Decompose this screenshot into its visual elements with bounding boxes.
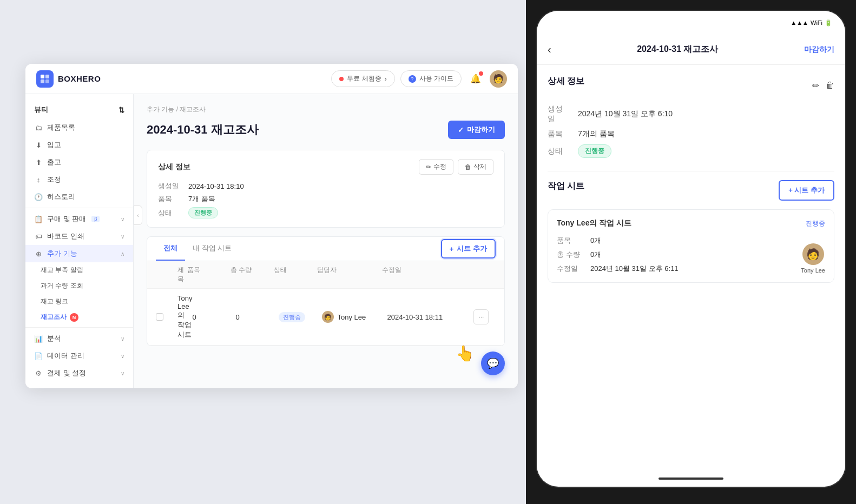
svg-rect-1 [45, 75, 49, 78]
purchase-icon: 📋 [34, 215, 43, 223]
phone-items-value: 7개의 품목 [578, 129, 615, 139]
trash-icon: 🗑 [465, 163, 471, 171]
phone-edit-icon[interactable]: ✏ [812, 81, 819, 91]
guide-button[interactable]: ? 사용 가이드 [400, 70, 462, 87]
delete-button[interactable]: 🗑 삭제 [458, 159, 493, 175]
finish-button[interactable]: ✓ 마감하기 [448, 121, 505, 139]
phone-detail-icons: ✏ 🗑 [812, 81, 834, 91]
phone-screen: ▲▲▲ WiFi 🔋 ‹ 2024-10-31 재고조사 마감하기 상세 정보 … [537, 11, 845, 487]
question-icon: ? [409, 75, 416, 83]
date-value: 2024-10-31 18:10 [188, 182, 244, 190]
sidebar-item-analytics[interactable]: 📊 분석 ∨ [25, 330, 133, 347]
row-title: Tony Lee의 작업 시트 [177, 294, 192, 340]
col-modified: 수정일 [382, 266, 469, 284]
sidebar-adjustment-label: 조정 [47, 175, 61, 184]
sidebar-divider-2 [25, 327, 133, 328]
more-button[interactable]: ··· [473, 309, 489, 324]
edit-button[interactable]: ✏ 수정 [419, 159, 453, 175]
trial-button[interactable]: 무료 체험중 › [331, 70, 394, 87]
phone-add-sheet-button[interactable]: + 시트 추가 [779, 180, 834, 201]
sidebar-sub-stock-link[interactable]: 재고 링크 [25, 294, 133, 309]
phone-date-value: 2024년 10월 31일 오후 6:10 [578, 109, 673, 119]
phone-detail-header: 상세 정보 ✏ 🗑 [548, 76, 834, 96]
sidebar-outgoing-label: 출고 [47, 157, 61, 167]
chat-button[interactable]: 💬 [481, 352, 505, 375]
history-qty-label: 과거 수량 조회 [41, 282, 83, 289]
sidebar-section-header: 뷰티 ⇅ [25, 101, 133, 119]
ws-date-key: 수정일 [557, 264, 584, 274]
logo-text: BOXHERO [58, 74, 101, 83]
settings-icon: ⚙ [34, 369, 43, 377]
status-badge: 진행중 [188, 207, 218, 218]
col-checkbox [156, 266, 177, 284]
ws-items-val: 0개 [590, 236, 601, 246]
history-icon: 🕐 [34, 193, 43, 201]
breadcrumb-inventory: 재고조사 [180, 105, 206, 113]
phone-home-indicator [537, 470, 845, 487]
settings-expand-icon: ∨ [121, 370, 124, 376]
sidebar-sub-history-qty[interactable]: 과거 수량 조회 [25, 278, 133, 294]
edit-icon: ✏ [426, 163, 431, 171]
detail-row-date: 생성일 2024-10-31 18:10 [158, 181, 493, 191]
sidebar-item-outgoing[interactable]: ⬆ 출고 [25, 154, 133, 171]
beta-badge: β [91, 216, 100, 222]
extra-expand-icon: ∧ [121, 251, 124, 257]
add-icon: + [450, 245, 454, 253]
col-title: 제목 [177, 266, 187, 284]
app-window: BOXHERO 무료 체험중 › ? 사용 가이드 🔔 🧑 뷰티 [25, 64, 518, 388]
phone-finish-button[interactable]: 마감하기 [804, 45, 834, 55]
notification-button[interactable]: 🔔 [467, 70, 484, 88]
detail-actions: ✏ 수정 🗑 삭제 [419, 159, 493, 175]
trial-label: 무료 체험중 [347, 74, 381, 83]
ws-qty-val: 0개 [590, 250, 601, 260]
phone-work-title: 작업 시트 [548, 181, 584, 192]
table-tabs: 전체 내 작업 시트 + 시트 추가 [147, 237, 504, 261]
sidebar-sub-low-stock[interactable]: 재고 부족 알림 [25, 262, 133, 278]
finish-check-icon: ✓ [458, 126, 464, 134]
svg-rect-0 [41, 75, 44, 78]
sidebar-item-barcode[interactable]: 🏷 바코드 인쇄 ∨ [25, 228, 133, 245]
work-sheet-details: 품목 0개 총 수량 0개 수정일 2024년 10월 31일 오후 6:11 [557, 236, 679, 274]
sidebar-sub-inventory[interactable]: 재고조사 N [25, 309, 133, 325]
sidebar-item-settings[interactable]: ⚙ 결제 및 설정 ∨ [25, 364, 133, 382]
phone-content: 상세 정보 ✏ 🗑 생성일 2024년 10월 31일 오후 6:10 품목 7… [537, 65, 845, 470]
sidebar-section-label: 뷰티 [34, 105, 48, 115]
breadcrumb: 추가 기능 / 재고조사 [147, 105, 505, 114]
phone-back-button[interactable]: ‹ [548, 43, 551, 56]
row-checkbox[interactable] [156, 313, 177, 321]
phone-divider [548, 171, 834, 171]
sidebar-item-adjustment[interactable]: ↕ 조정 [25, 171, 133, 188]
tab-all[interactable]: 전체 [156, 237, 185, 261]
phone-header-title: 2024-10-31 재고조사 [637, 44, 718, 55]
col-assignee: 담당자 [317, 266, 382, 284]
adjustment-icon: ↕ [34, 175, 43, 184]
sidebar-item-data-mgmt[interactable]: 📄 데이터 관리 ∨ [25, 347, 133, 364]
work-sheet-row-date: 수정일 2024년 10월 31일 오후 6:11 [557, 264, 679, 274]
tab-list: 전체 내 작업 시트 [156, 237, 239, 261]
app-header: BOXHERO 무료 체험중 › ? 사용 가이드 🔔 🧑 [25, 64, 518, 94]
phone-app-header: ‹ 2024-10-31 재고조사 마감하기 [537, 35, 845, 65]
row-more[interactable]: ··· [473, 309, 501, 324]
barcode-icon: 🏷 [34, 232, 43, 241]
sidebar-item-purchase[interactable]: 📋 구매 및 판매 β ∨ [25, 210, 133, 228]
phone-delete-icon[interactable]: 🗑 [826, 81, 834, 91]
tab-my-sheet[interactable]: 내 작업 시트 [185, 237, 239, 261]
products-icon: 🗂 [34, 123, 43, 132]
sidebar-item-products[interactable]: 🗂 제품목록 [25, 119, 133, 136]
checkbox-input[interactable] [156, 313, 163, 321]
sidebar-item-extra[interactable]: ⊕ 추가 기능 ∧ [25, 245, 133, 262]
table-section: 전체 내 작업 시트 + 시트 추가 제목 품목 총 수량 상태 담당자 [147, 236, 505, 346]
hand-cursor-icon: 👆 [456, 346, 475, 361]
add-sheet-button[interactable]: + 시트 추가 [441, 239, 496, 258]
sidebar-item-history[interactable]: 🕐 히스토리 [25, 188, 133, 205]
purchase-expand-icon: ∨ [121, 216, 124, 222]
sidebar-analytics-label: 분석 [47, 334, 61, 343]
phone-wifi-icon: WiFi [811, 19, 822, 26]
table-row: Tony Lee의 작업 시트 0 0 진행중 🧑 Tony Lee 2024-… [147, 289, 504, 346]
work-sheet-card: Tony Lee의 작업 시트 진행중 품목 0개 총 수량 0개 [548, 209, 834, 283]
sidebar-toggle-button[interactable]: ‹ [134, 205, 142, 225]
avatar[interactable]: 🧑 [490, 70, 507, 88]
row-assignee: 🧑 Tony Lee [322, 311, 387, 323]
sidebar-item-incoming[interactable]: ⬇ 입고 [25, 136, 133, 154]
detail-row-items: 품목 7개 품목 [158, 194, 493, 204]
